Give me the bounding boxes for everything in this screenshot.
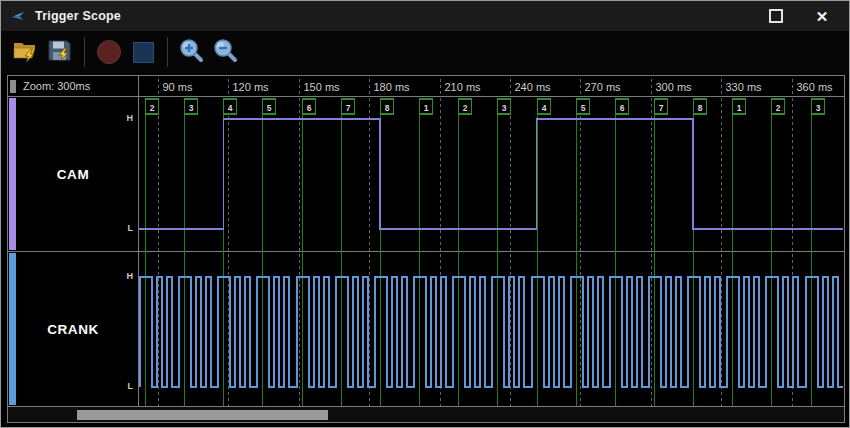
cam-high-label: H: [127, 113, 134, 123]
toolbar-separator: [84, 37, 85, 67]
toolbar-separator: [167, 37, 168, 67]
stop-button[interactable]: [126, 34, 160, 70]
crank-color-stripe: [9, 253, 16, 405]
close-icon: ✕: [816, 9, 829, 24]
window-title: Trigger Scope: [35, 9, 121, 23]
zoom-in-icon: [179, 38, 205, 67]
crank-label-cell: CRANK H L: [8, 252, 139, 406]
header-grip-icon: [10, 80, 16, 93]
window-controls: ✕: [763, 5, 839, 27]
open-capture-button[interactable]: [9, 34, 43, 70]
maximize-icon: [769, 9, 783, 23]
crank-low-label: L: [128, 381, 134, 391]
horizontal-scrollbar[interactable]: [8, 406, 844, 422]
title-bar[interactable]: Trigger Scope ✕: [1, 1, 849, 31]
zoom-out-icon: [213, 38, 239, 67]
channel-row-cam: CAM H L: [8, 97, 844, 251]
maximize-button[interactable]: [763, 5, 789, 27]
record-button[interactable]: [92, 34, 126, 70]
zoom-level-label: Zoom: 300ms: [23, 80, 90, 92]
channel-row-crank: CRANK H L: [8, 251, 844, 406]
zoom-level-cell: Zoom: 300ms: [8, 76, 139, 96]
record-icon: [97, 40, 121, 64]
close-button[interactable]: ✕: [809, 5, 835, 27]
cam-label-cell: CAM H L: [8, 97, 139, 251]
save-capture-button[interactable]: [43, 34, 77, 70]
cam-color-stripe: [9, 98, 16, 250]
open-file-icon: [12, 39, 40, 66]
scope-panel: Zoom: 300ms CAM H L CRANK H L 90 ms120 m…: [7, 75, 845, 423]
app-icon: [11, 10, 27, 22]
crank-channel-label: CRANK: [18, 322, 128, 337]
trigger-scope-window: Trigger Scope ✕: [0, 0, 850, 428]
stop-icon: [133, 42, 154, 63]
cam-channel-label: CAM: [18, 167, 128, 182]
zoom-out-button[interactable]: [209, 34, 243, 70]
toolbar: [1, 31, 849, 73]
scrollbar-thumb[interactable]: [77, 410, 328, 420]
crank-high-label: H: [127, 271, 134, 281]
time-axis-header: [139, 76, 844, 96]
zoom-in-button[interactable]: [175, 34, 209, 70]
cam-low-label: L: [128, 223, 134, 233]
timeline-header: Zoom: 300ms: [8, 76, 844, 97]
save-file-icon: [47, 39, 73, 66]
